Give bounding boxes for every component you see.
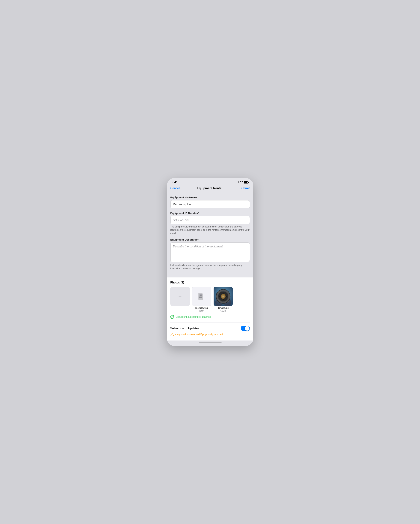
equipment-id-field-group: Equipment ID Number* The equipment ID nu… — [170, 212, 250, 235]
home-indicator — [167, 341, 253, 346]
equipment-id-hint: The equipment ID number can be found eit… — [170, 225, 250, 235]
brake-disc-image — [214, 287, 233, 306]
home-bar — [199, 342, 222, 343]
plus-icon: + — [178, 293, 182, 299]
equipment-desc-label: Equipment Description — [170, 238, 250, 241]
svg-point-27 — [219, 296, 220, 297]
checkmark-icon — [170, 315, 174, 319]
svg-rect-4 — [199, 297, 202, 298]
svg-point-32 — [172, 335, 172, 336]
battery-icon — [244, 181, 249, 183]
photo-thumb-2[interactable] — [214, 287, 233, 306]
svg-point-6 — [200, 294, 200, 295]
wifi-icon — [240, 181, 243, 184]
photo-1-name: snowplow.jpg — [195, 307, 208, 309]
toggle-thumb — [245, 326, 249, 331]
status-icons — [236, 181, 249, 184]
equipment-id-label: Equipment ID Number* — [170, 212, 250, 215]
nav-bar: Cancel Equipment Rental Submit — [167, 185, 253, 192]
svg-point-28 — [226, 296, 227, 297]
photo-2-size: 14MB — [220, 310, 226, 312]
photo-thumb-1[interactable] — [192, 287, 211, 306]
divider — [170, 322, 250, 323]
file-icon-wrap — [192, 287, 211, 306]
equipment-desc-input[interactable] — [170, 243, 250, 262]
nickname-field-group: Equipment Nickname — [170, 196, 250, 208]
form-section: Equipment Nickname Equipment ID Number* … — [167, 192, 253, 278]
status-time: 9:41 — [172, 181, 178, 184]
equipment-desc-hint: Include details about the age and wear o… — [170, 264, 250, 270]
equipment-desc-field-group: Equipment Description Include details ab… — [170, 238, 250, 270]
svg-point-25 — [223, 292, 224, 294]
svg-point-24 — [223, 296, 224, 297]
svg-rect-3 — [199, 297, 202, 297]
signal-bars-icon — [236, 181, 239, 183]
status-bar: 9:41 — [167, 178, 253, 185]
svg-point-26 — [223, 299, 224, 300]
nickname-input[interactable] — [170, 200, 250, 208]
add-photo-button[interactable]: + — [170, 287, 190, 306]
warning-icon — [170, 333, 174, 336]
equipment-id-input[interactable] — [170, 216, 250, 224]
page-title: Equipment Rental — [197, 186, 223, 190]
cancel-button[interactable]: Cancel — [170, 186, 180, 190]
success-message: Document successfully attached — [170, 315, 250, 319]
photos-section-title: Photos (2) — [170, 281, 250, 284]
subscribe-toggle[interactable] — [241, 326, 250, 331]
warning-text: Only mark as returned if physically retu… — [175, 333, 223, 336]
subscribe-row: Subscribe to Updates — [170, 326, 250, 331]
nickname-label: Equipment Nickname — [170, 196, 250, 199]
phone-shell: 9:41 Cancel Equipment Rental S — [167, 178, 253, 346]
file-document-icon — [198, 292, 205, 300]
photos-row: + — [170, 287, 250, 312]
photo-1-size: 14MB — [199, 310, 204, 312]
white-section: Photos (2) + — [167, 278, 253, 341]
svg-point-29 — [171, 316, 173, 318]
photo-item-2: damage.jpg 14MB — [214, 287, 233, 312]
subscribe-label: Subscribe to Updates — [170, 327, 199, 330]
photo-item-1: snowplow.jpg 14MB — [192, 287, 211, 312]
success-text: Document successfully attached — [176, 315, 211, 318]
photo-2-name: damage.jpg — [217, 307, 229, 309]
warning-message: Only mark as returned if physically retu… — [170, 333, 250, 336]
submit-button[interactable]: Submit — [240, 186, 250, 190]
